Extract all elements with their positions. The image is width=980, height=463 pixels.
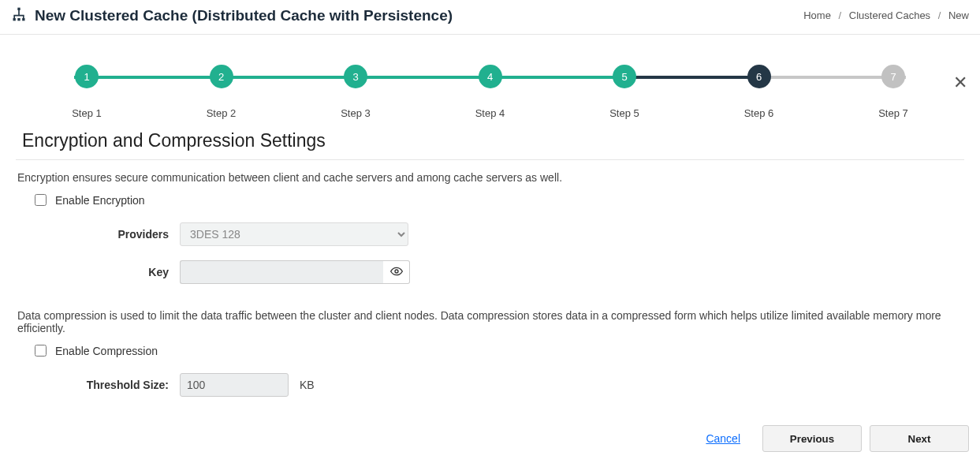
svg-rect-2: [17, 18, 20, 21]
encryption-desc: Encryption ensures secure communication …: [11, 171, 969, 192]
step-circle: 4: [479, 65, 502, 88]
step-circle: 5: [613, 65, 636, 88]
topbar: New Clustered Cache (Distributed Cache w…: [0, 0, 980, 35]
close-icon[interactable]: ✕: [953, 74, 967, 91]
breadcrumb-parent[interactable]: Clustered Caches: [849, 9, 930, 21]
section-title: Encryption and Compression Settings: [16, 119, 964, 160]
breadcrumb: Home / Clustered Caches / New: [803, 9, 969, 21]
step-node-1[interactable]: 1: [74, 65, 99, 88]
step-label-3: Step 3: [332, 107, 379, 119]
step-node-6[interactable]: 6: [747, 65, 772, 88]
breadcrumb-home[interactable]: Home: [803, 9, 831, 21]
hierarchy-icon: [11, 6, 27, 24]
step-label-7: Step 7: [870, 107, 917, 119]
enable-encryption-checkbox[interactable]: [35, 194, 47, 206]
svg-rect-3: [22, 18, 24, 21]
providers-select[interactable]: 3DES 128: [180, 222, 408, 246]
step-label-6: Step 6: [736, 107, 783, 119]
svg-rect-1: [13, 18, 16, 21]
step-node-4[interactable]: 4: [478, 65, 503, 88]
step-circle: 1: [75, 65, 99, 88]
step-label-2: Step 2: [198, 107, 245, 119]
step-circle: 2: [210, 65, 233, 88]
step-node-2[interactable]: 2: [209, 65, 234, 88]
enable-compression-checkbox[interactable]: [35, 345, 47, 357]
enable-compression-label: Enable Compression: [55, 345, 158, 357]
providers-label: Providers: [11, 228, 169, 241]
step-circle: 6: [747, 65, 771, 88]
threshold-unit: KB: [300, 379, 315, 391]
enable-encryption-label: Enable Encryption: [55, 194, 145, 207]
threshold-label: Threshold Size:: [11, 379, 169, 391]
step-label-5: Step 5: [601, 107, 648, 119]
step-node-3[interactable]: 3: [343, 65, 368, 88]
svg-rect-0: [17, 8, 20, 10]
key-label: Key: [11, 266, 169, 278]
eye-icon: [390, 265, 403, 280]
compression-desc: Data compression is used to limit the da…: [11, 295, 969, 342]
step-label-4: Step 4: [467, 107, 514, 119]
stepper: 1234567: [74, 65, 906, 101]
breadcrumb-current: New: [948, 9, 969, 21]
reveal-key-button[interactable]: [383, 260, 410, 284]
step-node-5[interactable]: 5: [612, 65, 637, 88]
step-node-7[interactable]: 7: [881, 65, 906, 88]
step-circle: 3: [344, 65, 367, 88]
key-input[interactable]: [180, 260, 383, 284]
page-title: New Clustered Cache (Distributed Cache w…: [35, 7, 453, 24]
svg-point-4: [395, 270, 398, 273]
step-circle: 7: [881, 65, 905, 88]
step-label-1: Step 1: [63, 107, 110, 119]
threshold-input[interactable]: [180, 373, 289, 397]
